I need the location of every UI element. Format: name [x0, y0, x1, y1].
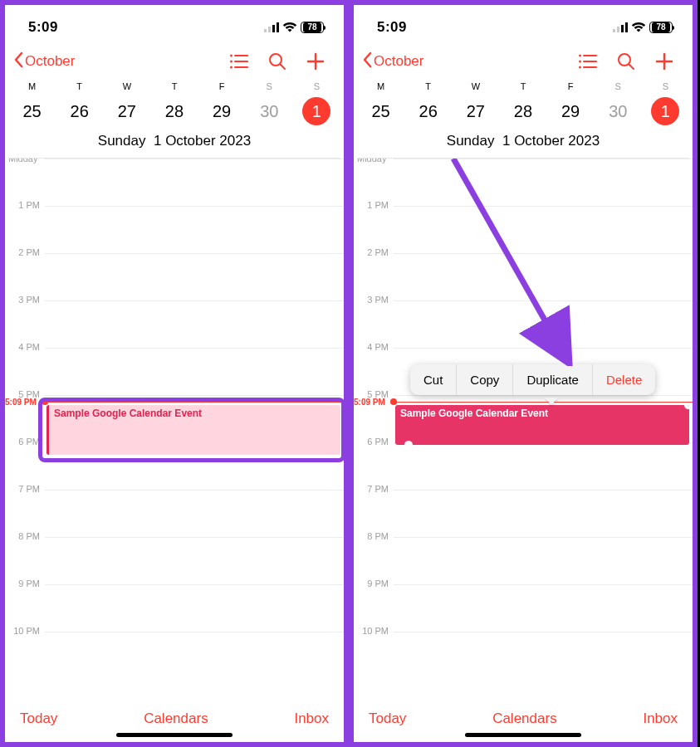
status-bar: 5:09 78 [5, 5, 344, 43]
search-icon[interactable] [614, 50, 638, 73]
home-indicator[interactable] [116, 733, 233, 737]
svg-rect-1 [268, 27, 271, 32]
now-indicator [394, 402, 693, 403]
add-icon[interactable] [653, 50, 676, 73]
wifi-icon [631, 22, 646, 32]
cellular-icon [264, 22, 279, 32]
date-cell[interactable]: 30 [595, 96, 642, 126]
home-indicator[interactable] [465, 733, 581, 737]
hour-label: 4 PM [5, 342, 40, 352]
svg-rect-2 [272, 25, 275, 32]
svg-rect-17 [625, 22, 628, 32]
calendar-event-selected[interactable]: Sample Google Calendar Event [395, 405, 689, 445]
list-icon[interactable] [576, 50, 600, 73]
nav-header: October [354, 43, 693, 80]
date-cell[interactable]: 25 [8, 96, 56, 126]
today-button[interactable]: Today [369, 710, 406, 727]
hour-label: 9 PM [5, 579, 40, 588]
hour-label: 9 PM [354, 579, 389, 588]
svg-point-9 [230, 66, 233, 69]
calendars-button[interactable]: Calendars [492, 710, 557, 727]
search-icon[interactable] [266, 50, 289, 73]
nav-header: October [5, 43, 344, 80]
svg-rect-14 [613, 29, 615, 32]
wifi-icon [282, 22, 297, 32]
midday-label: Midday [357, 159, 386, 164]
hour-label: 2 PM [5, 247, 40, 257]
hour-label: 3 PM [5, 295, 40, 305]
date-cell[interactable]: 27 [103, 96, 150, 126]
day-timeline[interactable]: Midday 1 PM 2 PM 3 PM 4 PM 5 PM 6 PM 7 P… [354, 159, 693, 673]
context-cut[interactable]: Cut [410, 364, 457, 395]
hour-label: 1 PM [354, 200, 389, 210]
today-button[interactable]: Today [20, 710, 57, 727]
week-day-letters: M T W T F S S [8, 80, 340, 93]
status-time: 5:09 [28, 19, 58, 36]
list-icon[interactable] [228, 50, 251, 73]
hour-label: 4 PM [354, 342, 389, 352]
hour-label: 7 PM [5, 484, 40, 494]
svg-point-7 [230, 55, 233, 57]
date-cell[interactable]: 26 [56, 96, 103, 126]
calendars-button[interactable]: Calendars [144, 710, 208, 727]
svg-rect-0 [264, 29, 267, 32]
date-cell[interactable]: 27 [452, 96, 499, 126]
hour-label: 8 PM [5, 531, 40, 541]
date-cell[interactable]: 1 [642, 96, 689, 126]
svg-line-11 [281, 65, 286, 70]
date-cell[interactable]: 29 [547, 96, 595, 126]
context-duplicate[interactable]: Duplicate [513, 364, 593, 395]
date-title: Sunday 1 October 2023 [8, 133, 340, 159]
status-time: 5:09 [377, 19, 407, 36]
midday-label: Midday [8, 159, 37, 164]
date-cell[interactable]: 30 [246, 96, 293, 126]
event-title: Sample Google Calendar Event [400, 408, 548, 419]
date-cell[interactable]: 28 [499, 96, 546, 126]
date-cell[interactable]: 26 [404, 96, 452, 126]
hour-label: 1 PM [5, 200, 40, 210]
phone-left: 5:09 78 October [0, 0, 349, 747]
chevron-left-icon [13, 51, 23, 72]
context-menu: Cut Copy Duplicate Delete [410, 364, 655, 395]
svg-point-22 [579, 61, 581, 63]
now-indicator [45, 402, 344, 403]
svg-rect-15 [617, 27, 619, 32]
hour-label: 8 PM [354, 531, 389, 541]
week-day-letters: M T W T F S S [357, 80, 689, 93]
date-cell[interactable]: 29 [198, 96, 246, 126]
week-date-numbers: 25 26 27 28 29 30 1 [8, 93, 340, 133]
date-title: Sunday 1 October 2023 [357, 133, 689, 159]
day-timeline[interactable]: Midday 1 PM 2 PM 3 PM 4 PM 5 PM 6 PM 7 P… [5, 159, 344, 673]
hour-label: 3 PM [354, 295, 389, 305]
back-label: October [25, 53, 75, 70]
hour-label: 2 PM [354, 247, 389, 257]
battery-icon: 78 [649, 22, 673, 33]
week-strip: M T W T F S S 25 26 27 28 29 30 1 Sunday… [5, 80, 344, 159]
context-menu-pointer [545, 398, 558, 405]
svg-rect-3 [277, 22, 279, 32]
calendar-event[interactable]: Sample Google Calendar Event [47, 405, 340, 455]
week-strip: M T W T F S S 25 26 27 28 29 30 1 Sunday… [354, 80, 693, 159]
hour-label: 7 PM [354, 484, 389, 494]
phone-right: 5:09 78 October [349, 0, 698, 747]
inbox-button[interactable]: Inbox [294, 710, 329, 727]
svg-rect-16 [621, 25, 624, 32]
now-time-badge: 5:09 PM [354, 398, 385, 407]
add-icon[interactable] [304, 50, 327, 73]
battery-icon: 78 [301, 22, 324, 33]
back-button[interactable]: October [13, 51, 75, 72]
date-cell[interactable]: 25 [357, 96, 404, 126]
context-copy[interactable]: Copy [457, 364, 513, 395]
event-title: Sample Google Calendar Event [54, 408, 202, 419]
context-delete[interactable]: Delete [593, 364, 655, 395]
back-label: October [374, 53, 423, 70]
hour-label: 6 PM [5, 437, 40, 447]
week-date-numbers: 25 26 27 28 29 30 1 [357, 93, 689, 133]
svg-line-25 [629, 65, 634, 70]
inbox-button[interactable]: Inbox [643, 710, 678, 727]
back-button[interactable]: October [362, 51, 423, 72]
date-cell[interactable]: 28 [150, 96, 198, 126]
hour-label: 6 PM [354, 437, 389, 447]
date-cell[interactable]: 1 [293, 96, 340, 126]
svg-point-23 [579, 66, 581, 69]
